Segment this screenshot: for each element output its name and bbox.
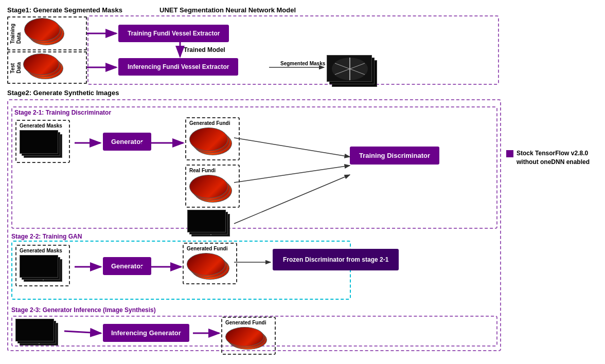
stage22-generated-fundi-box: Generated Fundi bbox=[183, 243, 237, 284]
segmented-masks-output bbox=[327, 55, 381, 87]
stage1-label: Stage1: Generate Segmented Masks bbox=[7, 6, 122, 14]
main-container: Stage1: Generate Segmented Masks UNET Se… bbox=[0, 0, 605, 364]
stage23-label: Stage 2-3: Generator Inference (Image Sy… bbox=[11, 306, 156, 314]
stage21-box bbox=[11, 106, 497, 229]
stage21-real-fundi-box: Real Fundi bbox=[185, 165, 240, 208]
stage2-label: Stage2: Generate Synthetic Images bbox=[7, 89, 119, 97]
stage21-real-fundi-label: Real Fundi bbox=[189, 168, 236, 173]
training-data-label: Training Data bbox=[10, 24, 22, 44]
stage21-generated-fundi-label: Generated Fundi bbox=[189, 120, 236, 126]
stage21-generated-masks-label: Generated Masks bbox=[20, 123, 66, 129]
test-data-label: Test Data bbox=[10, 62, 22, 74]
segmented-masks-label: Segmented Masks bbox=[280, 61, 325, 66]
trained-model-label: Trained Model bbox=[184, 46, 225, 53]
stage21-masks-below bbox=[187, 210, 234, 239]
legend-text: Stock TensorFlow v2.8.0without oneDNN en… bbox=[517, 149, 590, 167]
training-fundi-stack bbox=[24, 18, 70, 49]
stage21-generated-masks-box: Generated Masks bbox=[15, 120, 70, 163]
stage22-generator: Generator bbox=[103, 257, 151, 275]
stage22-generated-masks-box: Generated Masks bbox=[15, 245, 70, 286]
training-discriminator: Training Discriminator bbox=[350, 147, 439, 165]
training-data-box: Training Data bbox=[7, 16, 87, 50]
training-fundi-extractor: Training Fundi Vessel Extractor bbox=[118, 25, 229, 42]
inferencing-fundi-extractor: Inferencing Fundi Vessel Extractor bbox=[118, 58, 238, 76]
test-data-box: Test Data bbox=[7, 51, 87, 84]
inferencing-generator: Inferencing Generator bbox=[103, 324, 189, 342]
stage21-label: Stage 2-1: Training Discriminator bbox=[14, 109, 111, 116]
stage23-input-masks bbox=[15, 319, 62, 347]
unet-label: UNET Segmentation Neural Network Model bbox=[159, 6, 296, 14]
legend-color-swatch bbox=[506, 150, 513, 157]
frozen-discriminator: Frozen Discriminator from stage 2-1 bbox=[273, 249, 399, 270]
stage23-generated-fundi-box: Generated Fundi bbox=[221, 317, 276, 355]
stage23-generated-fundi-label: Generated Fundi bbox=[225, 320, 272, 325]
stage22-generated-fundi-label: Generated Fundi bbox=[187, 246, 233, 251]
stage21-generator: Generator bbox=[103, 133, 151, 151]
stage21-generated-fundi-box: Generated Fundi bbox=[185, 117, 240, 160]
stage22-label: Stage 2-2: Training GAN bbox=[11, 233, 82, 240]
stage22-generated-masks-label: Generated Masks bbox=[20, 248, 66, 253]
legend-box: Stock TensorFlow v2.8.0without oneDNN en… bbox=[506, 149, 590, 167]
test-fundi-stack bbox=[23, 53, 69, 82]
